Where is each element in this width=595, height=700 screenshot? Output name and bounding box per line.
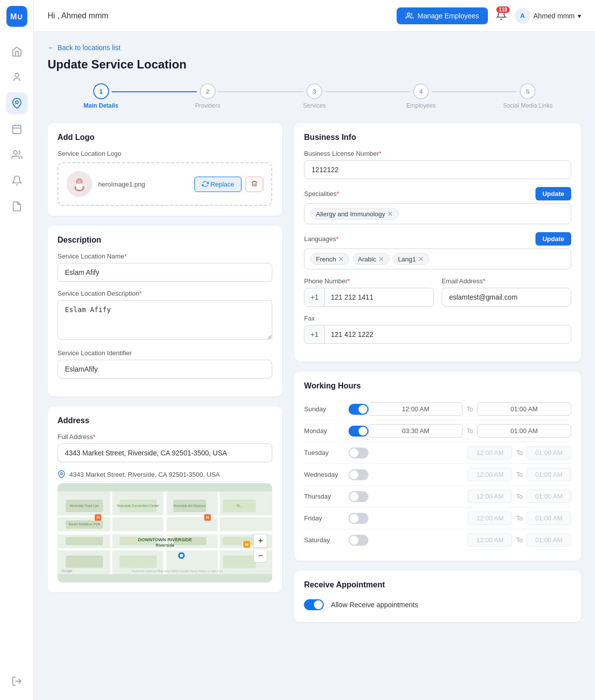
step-3-circle: 3: [306, 83, 322, 99]
identifier-label: Service Location Identifier: [58, 349, 272, 357]
replace-logo-button[interactable]: Replace: [194, 177, 242, 192]
step-5[interactable]: 5 Social Media Links: [475, 83, 581, 109]
svg-rect-2: [12, 126, 21, 133]
delete-logo-button[interactable]: [245, 177, 263, 192]
remove-arabic-tag[interactable]: ✕: [378, 255, 384, 263]
svg-point-12: [77, 179, 82, 184]
map-container[interactable]: Riverside Food Lab Mount Rubidoux Park R…: [58, 483, 272, 582]
svg-rect-31: [119, 556, 157, 568]
wh-monday-toggle[interactable]: [349, 426, 368, 437]
sidebar-staff[interactable]: [6, 66, 28, 88]
sidebar-bell[interactable]: [6, 170, 28, 191]
sidebar-docs[interactable]: [6, 195, 28, 217]
sidebar-users[interactable]: [6, 144, 28, 166]
svg-text:DOWNTOWN RIVERSIDE: DOWNTOWN RIVERSIDE: [138, 537, 192, 542]
svg-text:M: M: [245, 542, 248, 547]
wh-monday-to[interactable]: [477, 424, 571, 438]
avatar-preview: [66, 171, 92, 197]
wh-wednesday-label: Wednesday: [304, 471, 349, 478]
step-3[interactable]: 3 Services: [261, 83, 367, 109]
wh-saturday-times: 12:00 AM To 01:00 AM: [468, 533, 571, 547]
service-location-name-input[interactable]: [58, 263, 272, 282]
topbar-right: Manage Employees 118 A Ahmed mmm ▾: [397, 7, 581, 24]
wh-tuesday-to: 01:00 AM: [527, 446, 571, 459]
notification-badge: 118: [496, 6, 510, 13]
remove-lang1-tag[interactable]: ✕: [418, 255, 424, 263]
svg-text:Mount Rubidoux Park: Mount Rubidoux Park: [68, 522, 101, 526]
step-1[interactable]: 1 Main Details: [48, 83, 154, 109]
wh-wednesday-times: 12:00 AM To 01:00 AM: [468, 468, 571, 481]
step-1-label: Main Details: [84, 102, 119, 109]
sidebar: M∪: [0, 0, 34, 700]
tag-allergy: Allergy and Immunology ✕: [310, 208, 398, 220]
service-location-desc-input[interactable]: Eslam Afify: [58, 300, 272, 340]
wh-friday-label: Friday: [304, 514, 349, 522]
breadcrumb[interactable]: ← Back to locations list: [48, 44, 581, 52]
logo-card-label: Service Location Logo: [58, 150, 272, 157]
receive-appointment-toggle[interactable]: [304, 599, 324, 610]
step-5-label: Social Media Links: [503, 102, 552, 109]
wh-friday-from: 12:00 AM: [468, 511, 512, 525]
map-zoom-controls[interactable]: + −: [253, 534, 267, 563]
wh-sunday-toggle[interactable]: [349, 404, 368, 415]
name-field-group: Service Location Name*: [58, 253, 272, 282]
specialities-tags: Allergy and Immunology ✕: [304, 203, 571, 224]
remove-french-tag[interactable]: ✕: [338, 255, 344, 263]
desc-field-group: Service Location Description* Eslam Afif…: [58, 290, 272, 341]
wh-monday-from[interactable]: [368, 424, 463, 438]
specialities-label: Specialities*: [304, 190, 339, 197]
full-address-input[interactable]: [58, 444, 272, 462]
wh-sunday-from[interactable]: [368, 402, 463, 416]
sidebar-location[interactable]: [6, 92, 28, 114]
logo-section-title: Add Logo: [58, 133, 272, 142]
languages-update-button[interactable]: Update: [536, 232, 571, 246]
remove-allergy-tag[interactable]: ✕: [387, 210, 393, 218]
wh-tuesday-toggle[interactable]: [349, 447, 368, 458]
description-title: Description: [58, 236, 272, 245]
description-section: Description Service Location Name* Servi…: [48, 226, 282, 396]
address-title: Address: [58, 416, 272, 425]
step-4[interactable]: 4 Employees: [368, 83, 475, 109]
license-input[interactable]: [304, 160, 571, 179]
wh-wednesday-from: 12:00 AM: [468, 468, 512, 481]
svg-rect-32: [223, 556, 256, 568]
svg-text:Riverside: Riverside: [156, 543, 175, 548]
fax-input[interactable]: [325, 325, 571, 343]
zoom-in-button[interactable]: +: [253, 534, 267, 548]
greeting-text: Hi , Ahmed mmm: [48, 11, 109, 20]
email-input[interactable]: [442, 288, 571, 307]
phone-group: Phone Number* +1: [304, 277, 433, 307]
wh-friday-toggle[interactable]: [349, 513, 368, 524]
svg-rect-29: [223, 537, 256, 545]
wh-friday-to: 01:00 AM: [527, 511, 571, 525]
sidebar-logout[interactable]: [6, 670, 28, 692]
sidebar-calendar[interactable]: [6, 118, 28, 140]
phone-input[interactable]: [325, 288, 433, 306]
svg-point-1: [15, 101, 18, 104]
topbar: Hi , Ahmed mmm Manage Employees 118 A Ah…: [34, 0, 595, 32]
wh-thursday: Thursday 12:00 AM To 01:00 AM: [304, 486, 571, 508]
step-2[interactable]: 2 Providers: [154, 83, 261, 109]
wh-saturday-from: 12:00 AM: [468, 533, 512, 547]
wh-sunday-to[interactable]: [477, 402, 571, 416]
notification-bell[interactable]: 118: [496, 9, 507, 22]
fax-label: Fax: [304, 315, 571, 322]
wh-wednesday-toggle[interactable]: [349, 469, 368, 480]
specialities-update-button[interactable]: Update: [536, 187, 571, 200]
right-column: Business Info Business License Number* S…: [294, 123, 581, 632]
page-title: Update Service Location: [48, 58, 581, 71]
wh-saturday-toggle[interactable]: [349, 535, 368, 546]
svg-text:Google: Google: [61, 569, 72, 573]
wh-tuesday-times: 12:00 AM To 01:00 AM: [468, 446, 571, 459]
user-menu[interactable]: A Ahmed mmm ▾: [515, 8, 581, 24]
address-pin-row: 4343 Market Street, Riverside, CA 92501-…: [58, 470, 272, 478]
svg-text:Riverside Convention Center: Riverside Convention Center: [117, 504, 160, 508]
zoom-out-button[interactable]: −: [253, 549, 267, 563]
sidebar-home[interactable]: [6, 41, 28, 63]
manage-icon: [406, 12, 414, 20]
breadcrumb-link[interactable]: Back to locations list: [58, 44, 120, 52]
wh-thursday-toggle[interactable]: [349, 491, 368, 502]
wh-sunday-times: To: [368, 402, 571, 416]
service-location-identifier-input[interactable]: [58, 360, 272, 379]
manage-employees-button[interactable]: Manage Employees: [397, 7, 488, 24]
